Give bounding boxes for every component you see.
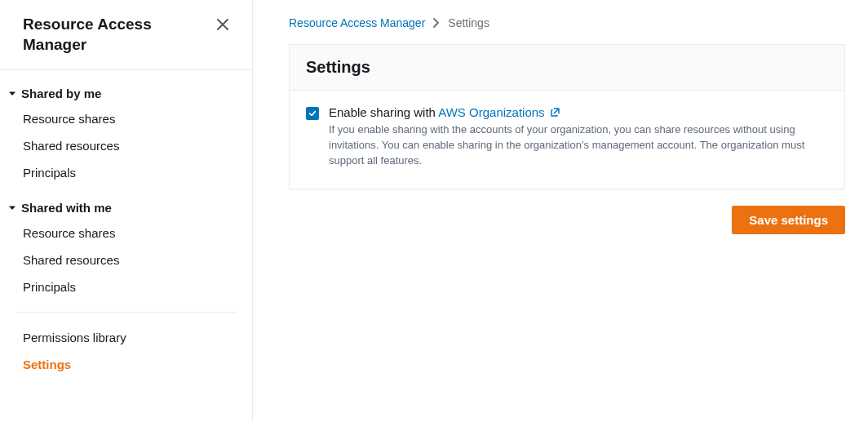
sidebar-title: Resource Access Manager bbox=[23, 15, 186, 55]
sidebar-header: Resource Access Manager bbox=[0, 0, 252, 70]
nav-section-shared-by-me[interactable]: Shared by me bbox=[0, 82, 252, 105]
nav-item-shared-resources[interactable]: Shared resources bbox=[0, 132, 252, 159]
nav-divider bbox=[16, 312, 236, 313]
aws-organizations-link[interactable]: AWS Organizations bbox=[438, 105, 560, 119]
sidebar-nav: Shared by me Resource shares Shared reso… bbox=[0, 70, 252, 378]
nav-item-resource-shares[interactable]: Resource shares bbox=[0, 220, 252, 247]
nav-section-title: Shared by me bbox=[21, 87, 101, 100]
nav-section-title: Shared with me bbox=[21, 201, 112, 215]
nav-section-shared-with-me[interactable]: Shared with me bbox=[0, 196, 252, 220]
external-link-icon bbox=[550, 107, 560, 118]
checkmark-icon bbox=[308, 109, 317, 118]
close-icon[interactable] bbox=[216, 18, 229, 31]
settings-panel: Settings Enable sharing with AWS Organiz… bbox=[289, 44, 845, 189]
option-text: Enable sharing with AWS Organizations If… bbox=[329, 105, 828, 169]
panel-title: Settings bbox=[306, 58, 828, 77]
nav-item-settings[interactable]: Settings bbox=[0, 351, 252, 378]
sidebar: Resource Access Manager Shared by me Res… bbox=[0, 0, 253, 422]
main-content: Resource Access Manager Settings Setting… bbox=[253, 0, 868, 422]
panel-header: Settings bbox=[290, 45, 844, 91]
nav-item-principals[interactable]: Principals bbox=[0, 273, 252, 300]
nav-item-permissions-library[interactable]: Permissions library bbox=[0, 324, 252, 351]
option-label: Enable sharing with AWS Organizations bbox=[329, 105, 828, 119]
breadcrumb: Resource Access Manager Settings bbox=[289, 16, 845, 29]
enable-sharing-checkbox[interactable] bbox=[306, 107, 319, 120]
nav-item-principals[interactable]: Principals bbox=[0, 159, 252, 186]
save-settings-button[interactable]: Save settings bbox=[732, 206, 845, 234]
option-label-prefix: Enable sharing with bbox=[329, 105, 438, 119]
caret-down-icon bbox=[8, 204, 16, 212]
chevron-right-icon bbox=[433, 18, 440, 28]
option-description: If you enable sharing with the accounts … bbox=[329, 122, 828, 169]
panel-body: Enable sharing with AWS Organizations If… bbox=[290, 91, 844, 189]
breadcrumb-current: Settings bbox=[448, 16, 489, 29]
nav-item-resource-shares[interactable]: Resource shares bbox=[0, 105, 252, 132]
actions-row: Save settings bbox=[289, 206, 845, 234]
caret-down-icon bbox=[8, 90, 16, 98]
nav-item-shared-resources[interactable]: Shared resources bbox=[0, 247, 252, 273]
breadcrumb-root-link[interactable]: Resource Access Manager bbox=[289, 16, 425, 29]
